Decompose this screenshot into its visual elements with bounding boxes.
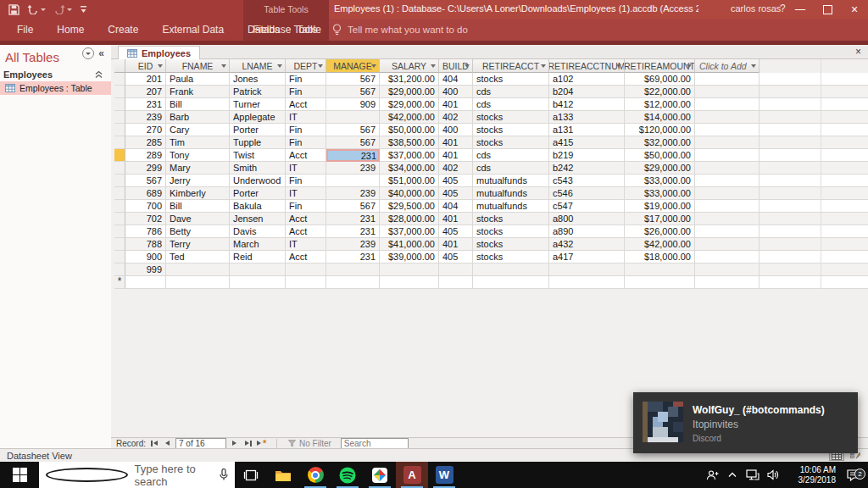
record-selector[interactable] xyxy=(114,124,125,136)
select-all-corner[interactable] xyxy=(114,59,125,73)
cell[interactable]: $31,200.00 xyxy=(380,73,439,86)
record-selector[interactable] xyxy=(114,111,125,124)
cell[interactable] xyxy=(695,86,760,98)
cell[interactable]: 405 xyxy=(439,175,473,187)
sort-filter-arrow-icon[interactable] xyxy=(318,64,323,68)
filter-status[interactable]: No Filter xyxy=(288,439,331,448)
cell[interactable] xyxy=(695,111,760,124)
word-button[interactable]: W xyxy=(428,462,460,488)
access-button[interactable]: A xyxy=(396,462,428,488)
cell[interactable]: Davis xyxy=(230,225,286,238)
tab-table[interactable]: Table xyxy=(288,24,330,36)
cell[interactable]: 786 xyxy=(125,225,166,238)
cell[interactable] xyxy=(549,276,625,289)
file-explorer-button[interactable] xyxy=(267,462,299,488)
cell[interactable]: 405 xyxy=(439,225,473,238)
cell[interactable]: 405 xyxy=(439,251,473,263)
cell[interactable] xyxy=(125,276,166,289)
column-header-retireamount[interactable]: RETIREAMOUNT xyxy=(625,59,695,73)
cell[interactable]: $19,000.00 xyxy=(625,200,695,213)
cell[interactable]: Reid xyxy=(230,251,286,263)
cell[interactable]: $50,000.00 xyxy=(380,124,439,136)
cell[interactable]: $28,000.00 xyxy=(380,213,439,225)
cell[interactable]: IT xyxy=(286,162,326,175)
nav-menu-icon[interactable] xyxy=(82,47,94,59)
cell[interactable]: Fin xyxy=(286,175,326,187)
cell[interactable]: Mary xyxy=(166,162,230,175)
cell[interactable]: 401 xyxy=(439,238,473,251)
cell[interactable]: IT xyxy=(286,238,326,251)
sort-filter-arrow-icon[interactable] xyxy=(541,64,546,68)
tab-home[interactable]: Home xyxy=(45,24,96,36)
tab-create[interactable]: Create xyxy=(96,24,150,36)
column-header-eid[interactable]: EID xyxy=(125,59,166,73)
cell[interactable]: 285 xyxy=(125,136,166,149)
cell[interactable]: 402 xyxy=(439,111,473,124)
cell[interactable] xyxy=(473,263,549,276)
record-selector[interactable] xyxy=(114,263,125,276)
cell[interactable]: 239 xyxy=(326,238,380,251)
sort-filter-arrow-icon[interactable] xyxy=(431,64,436,68)
sort-filter-arrow-icon[interactable] xyxy=(465,64,470,68)
cell[interactable]: Porter xyxy=(230,187,286,200)
cell[interactable]: stocks xyxy=(473,238,549,251)
cell[interactable]: Smith xyxy=(230,162,286,175)
cell[interactable]: 401 xyxy=(439,98,473,111)
discord-notification[interactable]: WolfGuy_ (#botcommands) Itopinvites Disc… xyxy=(633,392,858,453)
cell[interactable]: Patrick xyxy=(230,86,286,98)
record-selector[interactable] xyxy=(114,200,125,213)
cell[interactable] xyxy=(695,213,760,225)
cell[interactable]: $50,000.00 xyxy=(625,149,695,162)
cell[interactable]: $42,000.00 xyxy=(380,111,439,124)
sort-filter-arrow-icon[interactable] xyxy=(687,64,692,68)
help-icon[interactable]: ? xyxy=(780,3,786,14)
network-icon[interactable] xyxy=(743,469,763,480)
cell[interactable]: $37,000.00 xyxy=(380,149,439,162)
cell[interactable] xyxy=(166,263,230,276)
cell[interactable]: c543 xyxy=(549,175,625,187)
cell[interactable]: cds xyxy=(473,86,549,98)
cell[interactable]: $22,000.00 xyxy=(625,86,695,98)
next-record-button[interactable] xyxy=(229,439,240,448)
cell[interactable]: $26,000.00 xyxy=(625,225,695,238)
cell[interactable] xyxy=(326,276,380,289)
cell[interactable]: $12,000.00 xyxy=(625,98,695,111)
cell[interactable] xyxy=(286,276,326,289)
cell[interactable] xyxy=(695,162,760,175)
spotify-button[interactable] xyxy=(331,462,364,488)
document-close-icon[interactable]: × xyxy=(855,46,861,58)
cell[interactable]: 689 xyxy=(125,187,166,200)
cell[interactable]: stocks xyxy=(473,73,549,86)
cell[interactable]: $32,000.00 xyxy=(625,136,695,149)
cell[interactable]: a131 xyxy=(549,124,625,136)
cell[interactable]: cds xyxy=(473,149,549,162)
cell[interactable] xyxy=(695,175,760,187)
cell[interactable]: Fin xyxy=(286,73,326,86)
cell[interactable]: Frank xyxy=(166,86,230,98)
cell[interactable]: cds xyxy=(473,162,549,175)
column-header-retireacctnum[interactable]: RETIREACCTNUM xyxy=(549,59,625,73)
people-icon[interactable] xyxy=(702,469,722,481)
cell[interactable]: Bill xyxy=(166,98,230,111)
cell[interactable]: stocks xyxy=(473,136,549,149)
cell[interactable]: IT xyxy=(286,187,326,200)
cell[interactable]: Tony xyxy=(166,149,230,162)
cell[interactable]: 567 xyxy=(326,124,380,136)
cell[interactable] xyxy=(695,263,760,276)
cell[interactable]: 567 xyxy=(326,136,380,149)
cell[interactable]: Cary xyxy=(166,124,230,136)
cell[interactable]: 239 xyxy=(326,187,380,200)
cell[interactable]: 402 xyxy=(439,162,473,175)
cell[interactable]: 239 xyxy=(125,111,166,124)
record-selector[interactable] xyxy=(114,175,125,187)
cell[interactable]: 231 xyxy=(326,149,380,162)
cell[interactable] xyxy=(326,111,380,124)
microphone-icon[interactable] xyxy=(220,469,228,481)
record-position-box[interactable]: 7 of 16 xyxy=(175,438,226,449)
cell[interactable] xyxy=(695,276,760,289)
column-header-retireacct[interactable]: RETIREACCT xyxy=(473,59,549,73)
cell[interactable]: Ted xyxy=(166,251,230,263)
cell[interactable]: 231 xyxy=(326,251,380,263)
cell[interactable]: a417 xyxy=(549,251,625,263)
cell[interactable]: Acct xyxy=(286,251,326,263)
